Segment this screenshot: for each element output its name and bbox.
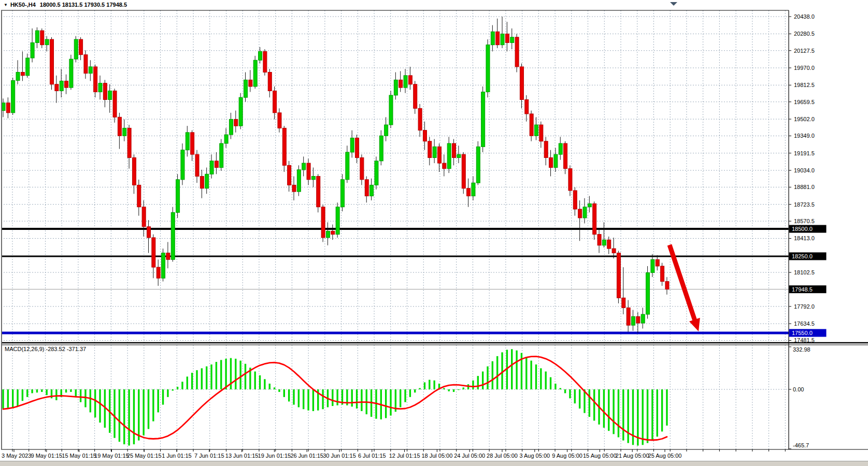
time-tick-label: 1 Jun 01:15	[162, 453, 192, 459]
price-tick-label: 19034.0	[794, 167, 815, 173]
price-tick-label: 18102.5	[794, 269, 815, 275]
price-tick-label: 20438.0	[794, 13, 815, 20]
time-tick-label: 9 Aug 05:00	[552, 453, 582, 459]
time-tick-label: 21 Aug 05:00	[616, 453, 649, 459]
time-tick-label: 13 Jun 01:15	[225, 453, 259, 459]
price-tick-label: 17792.0	[794, 303, 815, 310]
macd-axis-label: 332.98	[793, 346, 810, 353]
chart-shift-marker	[670, 2, 677, 6]
down-trend-arrow[interactable]	[670, 245, 700, 331]
macd-signal-line	[3, 356, 667, 440]
time-tick-label: 3 May 2023	[2, 453, 31, 459]
price-tick-label: 18413.0	[794, 235, 815, 241]
time-tick-label: 19 Jun 01:15	[258, 453, 291, 459]
macd-axis-label: -465.7	[793, 442, 809, 448]
symbol-dropdown-icon[interactable]: ▼	[4, 3, 8, 7]
candlestick-series	[2, 17, 669, 333]
price-tick-label: 20280.5	[794, 31, 815, 37]
price-flag-label: 18500.0	[792, 226, 813, 232]
time-tick-label: 7 Jun 01:15	[194, 453, 224, 459]
time-tick-label: 30 Jun 01:15	[323, 453, 356, 459]
price-tick-label: 19502.0	[794, 116, 815, 122]
price-flag-label: 18250.0	[792, 253, 813, 259]
price-axis[interactable]: 20438.020280.520127.519970.019812.519659…	[789, 13, 827, 449]
price-tick-label: 17481.5	[794, 337, 815, 343]
mt4-chart-window: 20438.020280.520127.519970.019812.519659…	[0, 0, 868, 466]
macd-indicator-label: MACD(12,26,9) -283.52 -371.37	[5, 346, 86, 352]
time-tick-label: 15 Aug 05:00	[583, 453, 617, 459]
symbol-period-label: HK50-,H4	[10, 2, 36, 8]
chart-canvas[interactable]: 20438.020280.520127.519970.019812.519659…	[0, 0, 868, 466]
chart-header: ▼HK50-,H418000.5 18131.5 17930.5 17948.5	[4, 2, 127, 8]
price-tick-label: 19349.0	[794, 133, 815, 139]
price-flag-label: 17948.5	[792, 286, 813, 293]
time-axis[interactable]: 3 May 20239 May 01:1515 May 01:1519 May …	[2, 449, 785, 459]
price-tick-label: 18723.5	[794, 201, 815, 208]
price-tick-label: 18570.5	[794, 218, 815, 224]
price-tick-label: 19970.0	[794, 65, 815, 71]
price-tick-label: 19191.5	[794, 150, 815, 156]
time-tick-label: 15 May 01:15	[62, 453, 96, 459]
macd-axis-label: 0.00	[793, 386, 804, 392]
time-tick-label: 25 Aug 05:00	[648, 453, 682, 459]
time-tick-label: 24 Jul 05:00	[454, 453, 485, 459]
chart-area[interactable]: 20438.020280.520127.519970.019812.519659…	[0, 0, 868, 466]
time-tick-label: 3 Aug 05:00	[519, 453, 550, 459]
status-strip	[0, 461, 868, 466]
price-tick-label: 18881.0	[794, 184, 815, 190]
time-tick-label: 19 May 01:15	[94, 453, 129, 459]
price-tick-label: 19659.5	[794, 99, 815, 105]
time-tick-label: 12 Jul 01:15	[389, 453, 420, 459]
time-tick-label: 18 Jul 05:00	[421, 453, 452, 459]
macd-indicator	[3, 349, 667, 445]
time-tick-label: 28 Jul 05:00	[487, 453, 518, 459]
ohlc-values: 18000.5 18131.5 17930.5 17948.5	[40, 2, 127, 8]
time-tick-label: 6 Jul 01:15	[358, 453, 386, 459]
price-flag-label: 17550.0	[792, 330, 813, 336]
time-tick-label: 9 May 01:15	[31, 453, 63, 459]
time-tick-label: 25 May 01:15	[127, 453, 162, 459]
price-tick-label: 19812.5	[794, 82, 815, 88]
price-tick-label: 20127.5	[794, 48, 815, 54]
time-tick-label: 26 Jun 01:15	[290, 453, 323, 459]
support-resistance-lines[interactable]	[1, 229, 789, 333]
price-tick-label: 17634.5	[794, 321, 815, 327]
